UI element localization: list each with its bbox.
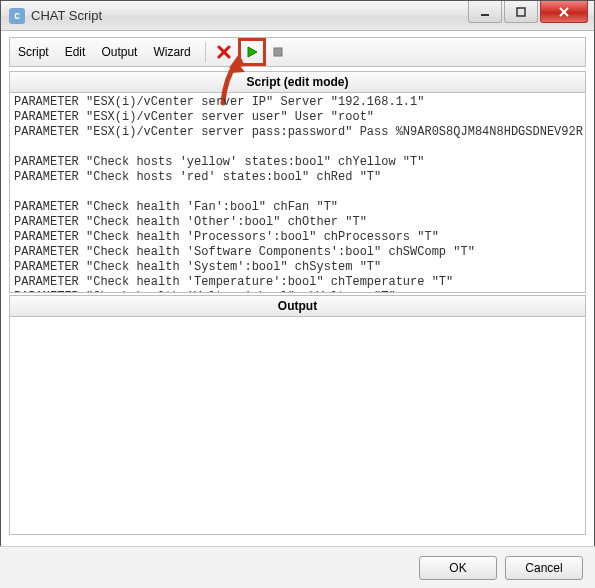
menu-wizard[interactable]: Wizard bbox=[145, 38, 198, 66]
maximize-button[interactable] bbox=[504, 1, 538, 23]
menu-script[interactable]: Script bbox=[10, 38, 57, 66]
run-button-highlight bbox=[238, 38, 266, 66]
script-editor[interactable]: PARAMETER "ESX(i)/vCenter server IP" Ser… bbox=[9, 93, 586, 293]
titlebar: c CHAT Script bbox=[1, 1, 594, 31]
bottom-bar: OK Cancel bbox=[0, 546, 595, 588]
script-text[interactable]: PARAMETER "ESX(i)/vCenter server IP" Ser… bbox=[10, 93, 586, 293]
close-button[interactable] bbox=[540, 1, 588, 23]
menu-items: Script Edit Output Wizard bbox=[10, 38, 199, 66]
maximize-icon bbox=[515, 6, 527, 18]
toolbar: Script Edit Output Wizard bbox=[9, 37, 586, 67]
minimize-button[interactable] bbox=[468, 1, 502, 23]
x-red-icon bbox=[217, 45, 231, 59]
svg-rect-7 bbox=[274, 48, 282, 56]
window-controls bbox=[468, 1, 594, 30]
close-icon bbox=[558, 6, 570, 18]
app-icon: c bbox=[9, 8, 25, 24]
stop-square-icon bbox=[271, 45, 285, 59]
cancel-button[interactable]: Cancel bbox=[505, 556, 583, 580]
minimize-icon bbox=[479, 6, 491, 18]
window-title: CHAT Script bbox=[31, 8, 468, 23]
output-area bbox=[9, 317, 586, 535]
run-button[interactable] bbox=[241, 45, 263, 59]
play-green-icon bbox=[245, 45, 259, 59]
menu-edit[interactable]: Edit bbox=[57, 38, 94, 66]
toolbar-separator bbox=[205, 42, 206, 62]
script-panel: Script (edit mode) PARAMETER "ESX(i)/vCe… bbox=[9, 71, 586, 293]
svg-rect-1 bbox=[517, 8, 525, 16]
ok-button[interactable]: OK bbox=[419, 556, 497, 580]
stop-button[interactable] bbox=[212, 38, 236, 66]
output-panel-header: Output bbox=[9, 295, 586, 317]
script-panel-header: Script (edit mode) bbox=[9, 71, 586, 93]
output-panel: Output bbox=[9, 295, 586, 535]
step-button[interactable] bbox=[266, 38, 290, 66]
menu-output[interactable]: Output bbox=[93, 38, 145, 66]
svg-marker-6 bbox=[248, 47, 257, 57]
